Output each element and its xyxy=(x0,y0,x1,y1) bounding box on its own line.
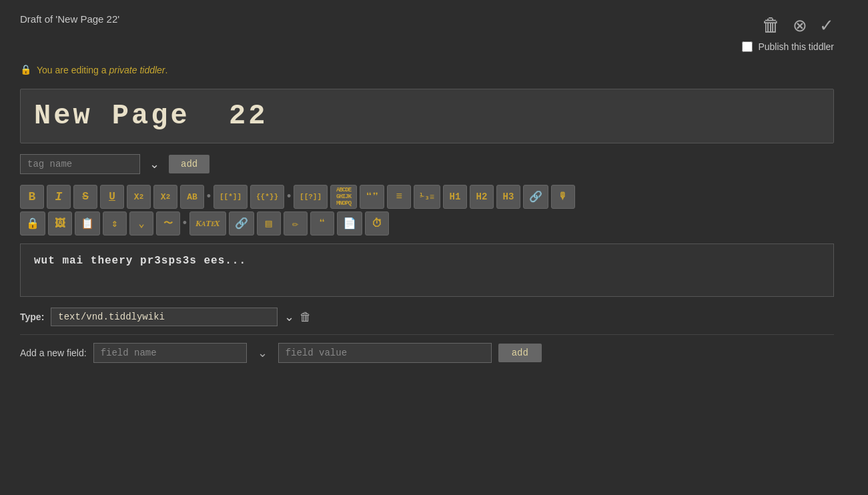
tag-dropdown-button[interactable]: ⌄ xyxy=(145,154,163,174)
field-dropdown-button[interactable]: ⌄ xyxy=(254,343,272,363)
image-button[interactable]: 🖼 xyxy=(48,211,72,235)
publish-label: Publish this tiddler xyxy=(758,41,834,52)
content-area: wut mai theery pr3sps3s ees... xyxy=(20,243,834,297)
tag-input[interactable] xyxy=(20,154,140,174)
type-delete-button[interactable]: 🗑 xyxy=(300,310,312,324)
bold-button[interactable]: B xyxy=(20,185,44,209)
type-input[interactable] xyxy=(51,308,278,326)
superscript-button[interactable]: X2 xyxy=(127,185,151,209)
field-label: Add a new field: xyxy=(20,348,87,358)
pencil-button[interactable]: ✏ xyxy=(284,211,308,235)
title-section xyxy=(20,89,834,143)
katex-button[interactable]: KATEX xyxy=(189,211,226,235)
h2-button[interactable]: H2 xyxy=(470,185,494,209)
wikilink-button[interactable]: [[*]] xyxy=(213,185,248,209)
type-dropdown-button[interactable]: ⌄ xyxy=(284,310,294,324)
page-title-input[interactable] xyxy=(34,100,820,132)
tag-add-button[interactable]: add xyxy=(169,155,209,173)
chevron-button[interactable]: ⌄ xyxy=(129,211,153,235)
quote2-button[interactable]: ❝ xyxy=(310,211,334,235)
draft-title: Draft of 'New Page 22' xyxy=(20,13,119,25)
doc-button[interactable]: 📄 xyxy=(337,211,362,235)
h3-button[interactable]: H3 xyxy=(496,185,520,209)
publish-checkbox[interactable] xyxy=(742,41,753,52)
cancel-button[interactable]: ⊗ xyxy=(793,17,807,34)
type-label: Type: xyxy=(20,312,44,322)
field-add-button[interactable]: add xyxy=(498,344,542,362)
quote-button[interactable]: ❝❞ xyxy=(360,185,384,209)
separator-3: • xyxy=(183,211,187,235)
subscript-button[interactable]: X2 xyxy=(153,185,177,209)
lock-button[interactable]: 🔒 xyxy=(20,211,45,235)
extlink-button[interactable]: {{*}} xyxy=(250,185,284,209)
strikethrough-button[interactable]: S xyxy=(73,185,97,209)
field-name-input[interactable] xyxy=(93,343,247,363)
translink-button[interactable]: [[?]] xyxy=(294,185,328,209)
tag-area: ⌄ add xyxy=(20,154,834,174)
private-notice-text: You are editing a private tiddler. xyxy=(37,65,167,75)
lock-icon: 🔒 xyxy=(20,64,31,75)
table-button[interactable]: ▤ xyxy=(257,211,281,235)
content-text: wut mai theery pr3sps3s ees... xyxy=(34,255,246,267)
type-row: Type: ⌄ 🗑 xyxy=(20,308,834,335)
confirm-button[interactable]: ✓ xyxy=(819,17,834,34)
stamp-button[interactable]: 📋 xyxy=(75,211,100,235)
toolbar-row2: 🔒 🖼 📋 ⇕ ⌄ 〜 • KATEX 🔗 ▤ ✏ ❝ 📄 ⏱ xyxy=(20,211,834,235)
underline-button[interactable]: U xyxy=(100,185,124,209)
waveform-button[interactable]: 🎙 xyxy=(551,185,575,209)
numbered-list-button[interactable]: ⅟₃≡ xyxy=(414,185,440,209)
macro-button[interactable]: ABCDEGHIJKMNOPQ xyxy=(330,185,357,209)
smallcaps-button[interactable]: AB xyxy=(180,185,204,209)
h1-button[interactable]: H1 xyxy=(443,185,467,209)
separator-2: • xyxy=(287,185,291,209)
bullet-list-button[interactable]: ≡ xyxy=(387,185,411,209)
link-button[interactable]: 🔗 xyxy=(523,185,548,209)
resize-button[interactable]: ⇕ xyxy=(103,211,127,235)
separator-1: • xyxy=(207,185,211,209)
ext-link2-button[interactable]: 🔗 xyxy=(229,211,254,235)
delete-button[interactable]: 🗑 xyxy=(762,16,781,35)
italic-button[interactable]: I xyxy=(47,185,71,209)
field-value-input[interactable] xyxy=(278,343,492,363)
clock-button[interactable]: ⏱ xyxy=(365,211,389,235)
tilde-button[interactable]: 〜 xyxy=(156,211,180,235)
toolbar-row1: B I S U X2 X2 AB • [[*]] {{*}} • [[?]] A… xyxy=(20,185,834,209)
field-row: Add a new field: ⌄ add xyxy=(20,343,834,363)
